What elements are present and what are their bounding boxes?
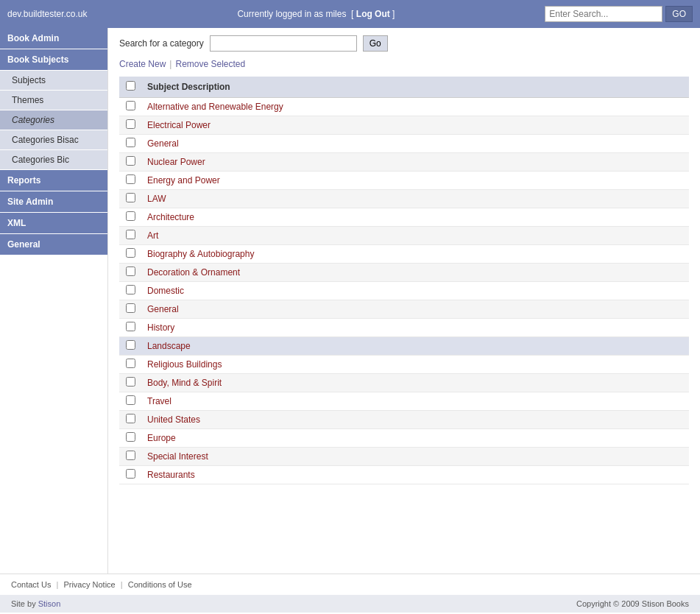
row-checkbox[interactable] bbox=[126, 303, 135, 313]
row-checkbox-cell bbox=[119, 264, 141, 282]
row-checkbox[interactable] bbox=[126, 340, 135, 350]
category-search-button[interactable]: Go bbox=[363, 35, 388, 52]
row-checkbox-cell bbox=[119, 282, 141, 300]
table-row: General bbox=[119, 135, 689, 153]
row-checkbox[interactable] bbox=[126, 451, 135, 460]
row-label-cell: United States bbox=[141, 411, 689, 429]
sidebar-item-subjects[interactable]: Subjects bbox=[0, 71, 107, 91]
footer-separator: | bbox=[54, 580, 60, 589]
login-status: Currently logged in as miles [ Log Out ] bbox=[237, 9, 395, 19]
row-checkbox-cell bbox=[119, 319, 141, 337]
table-row: Europe bbox=[119, 429, 689, 448]
create-new-link[interactable]: Create New bbox=[119, 59, 166, 69]
row-checkbox-cell bbox=[119, 135, 141, 153]
row-checkbox[interactable] bbox=[126, 248, 135, 258]
row-checkbox[interactable] bbox=[126, 414, 135, 423]
row-link[interactable]: Decoration & Ornament bbox=[147, 267, 240, 278]
row-checkbox-cell bbox=[119, 227, 141, 245]
table-row: Biography & Autobiography bbox=[119, 245, 689, 264]
row-checkbox[interactable] bbox=[126, 156, 135, 166]
row-checkbox[interactable] bbox=[126, 101, 135, 110]
row-link[interactable]: Architecture bbox=[147, 212, 194, 222]
row-link[interactable]: Art bbox=[147, 230, 158, 241]
select-all-checkbox[interactable] bbox=[126, 81, 135, 91]
row-link[interactable]: Nuclear Power bbox=[147, 157, 205, 167]
row-link[interactable]: United States bbox=[147, 414, 200, 425]
remove-selected-link[interactable]: Remove Selected bbox=[175, 59, 245, 69]
site-logo: dev.buildtester.co.uk bbox=[7, 9, 88, 19]
footer-link-contact-us[interactable]: Contact Us bbox=[11, 580, 51, 589]
row-link[interactable]: General bbox=[147, 138, 179, 149]
sidebar: Book AdminBook SubjectsSubjectsThemesCat… bbox=[0, 28, 108, 574]
row-link[interactable]: Energy and Power bbox=[147, 175, 220, 186]
row-link[interactable]: Europe bbox=[147, 433, 176, 443]
sidebar-item-categories-bic[interactable]: Categories Bic bbox=[0, 150, 107, 170]
footer-link-privacy-notice[interactable]: Privacy Notice bbox=[63, 580, 115, 589]
row-checkbox[interactable] bbox=[126, 119, 135, 129]
row-checkbox[interactable] bbox=[126, 285, 135, 294]
table-row: Art bbox=[119, 227, 689, 245]
sidebar-item-xml[interactable]: XML bbox=[0, 213, 107, 234]
row-link[interactable]: Restaurants bbox=[147, 470, 195, 480]
header-search-button[interactable]: GO bbox=[665, 6, 693, 22]
row-label-cell: Nuclear Power bbox=[141, 153, 689, 172]
stison-link[interactable]: Stison bbox=[38, 599, 61, 608]
row-checkbox[interactable] bbox=[126, 359, 135, 368]
table-row: General bbox=[119, 300, 689, 319]
row-checkbox[interactable] bbox=[126, 193, 135, 202]
row-link[interactable]: Travel bbox=[147, 396, 172, 406]
sidebar-item-general[interactable]: General bbox=[0, 234, 107, 255]
footer-links: Contact Us | Privacy Notice | Conditions… bbox=[0, 574, 700, 595]
main-content: Search for a category Go Create New | Re… bbox=[108, 28, 700, 574]
row-checkbox[interactable] bbox=[126, 322, 135, 331]
row-checkbox[interactable] bbox=[126, 469, 135, 479]
header-search-input[interactable] bbox=[545, 6, 662, 22]
row-link[interactable]: Religious Buildings bbox=[147, 359, 222, 370]
row-checkbox-cell bbox=[119, 300, 141, 319]
row-link[interactable]: Domestic bbox=[147, 286, 184, 296]
row-checkbox-cell bbox=[119, 374, 141, 392]
sidebar-item-categories-bisac[interactable]: Categories Bisac bbox=[0, 130, 107, 150]
row-link[interactable]: History bbox=[147, 322, 174, 333]
row-checkbox-cell bbox=[119, 356, 141, 374]
table-row: Travel bbox=[119, 392, 689, 411]
row-link[interactable]: Alternative and Renewable Energy bbox=[147, 102, 283, 112]
table-row: Electrical Power bbox=[119, 116, 689, 135]
row-link[interactable]: Electrical Power bbox=[147, 120, 211, 130]
table-row: Body, Mind & Spirit bbox=[119, 374, 689, 392]
row-link[interactable]: Special Interest bbox=[147, 451, 208, 462]
row-label-cell: Body, Mind & Spirit bbox=[141, 374, 689, 392]
row-checkbox[interactable] bbox=[126, 432, 135, 442]
search-label: Search for a category bbox=[119, 38, 204, 49]
row-label-cell: Restaurants bbox=[141, 466, 689, 484]
row-link[interactable]: LAW bbox=[147, 194, 166, 204]
sidebar-item-themes[interactable]: Themes bbox=[0, 91, 107, 110]
table-header-description: Subject Description bbox=[141, 77, 689, 98]
row-checkbox-cell bbox=[119, 172, 141, 190]
logout-link[interactable]: Log Out bbox=[356, 9, 390, 19]
row-checkbox[interactable] bbox=[126, 267, 135, 276]
row-label-cell: General bbox=[141, 135, 689, 153]
category-search-input[interactable] bbox=[210, 35, 357, 52]
row-checkbox[interactable] bbox=[126, 211, 135, 221]
row-link[interactable]: Biography & Autobiography bbox=[147, 249, 254, 259]
row-label-cell: Landscape bbox=[141, 337, 689, 356]
row-checkbox[interactable] bbox=[126, 138, 135, 147]
row-label-cell: Art bbox=[141, 227, 689, 245]
row-checkbox[interactable] bbox=[126, 377, 135, 387]
sidebar-item-categories[interactable]: Categories bbox=[0, 110, 107, 130]
row-label-cell: Domestic bbox=[141, 282, 689, 300]
row-checkbox[interactable] bbox=[126, 230, 135, 239]
row-link[interactable]: Landscape bbox=[147, 341, 191, 351]
row-checkbox-cell bbox=[119, 190, 141, 208]
sidebar-item-reports[interactable]: Reports bbox=[0, 170, 107, 191]
footer-link-conditions-of-use[interactable]: Conditions of Use bbox=[128, 580, 192, 589]
row-checkbox[interactable] bbox=[126, 174, 135, 184]
row-link[interactable]: General bbox=[147, 304, 179, 314]
sidebar-item-book-subjects[interactable]: Book Subjects bbox=[0, 49, 107, 71]
row-link[interactable]: Body, Mind & Spirit bbox=[147, 378, 222, 388]
sidebar-item-book-admin[interactable]: Book Admin bbox=[0, 28, 107, 49]
row-checkbox[interactable] bbox=[126, 395, 135, 405]
row-checkbox-cell bbox=[119, 337, 141, 356]
sidebar-item-site-admin[interactable]: Site Admin bbox=[0, 191, 107, 213]
